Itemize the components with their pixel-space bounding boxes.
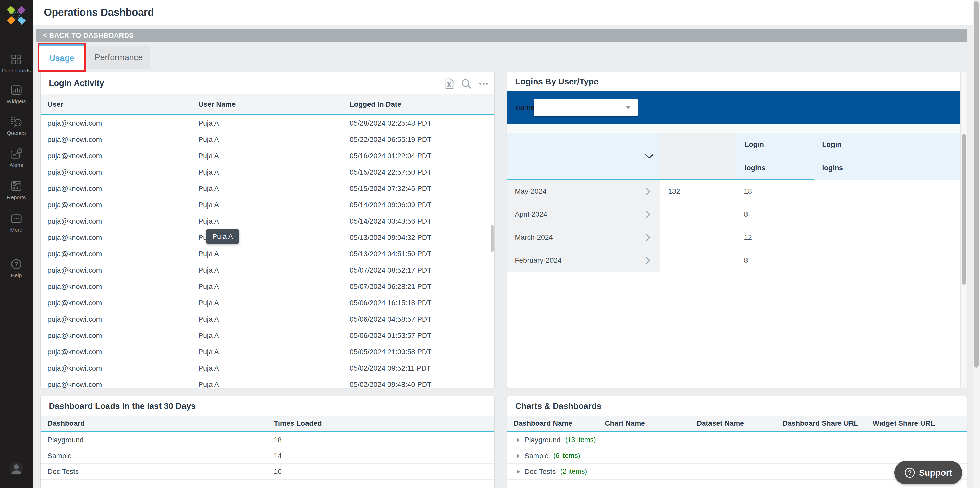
column-header-user-name[interactable]: User Name <box>191 100 343 108</box>
support-button[interactable]: ? Support <box>894 461 962 485</box>
table-cell: 05/15/2024 07:32:46 PDT <box>343 184 494 193</box>
panel-title: Logins By User/Type <box>515 77 598 86</box>
column-header-dashboard-share-url[interactable]: Dashboard Share URL <box>776 419 866 428</box>
panel-scrollbar-track[interactable] <box>960 72 967 388</box>
dashboard-name: Sample <box>525 452 549 460</box>
user-avatar[interactable] <box>9 461 24 476</box>
page-scrollbar-thumb[interactable] <box>974 1 979 367</box>
table-row[interactable]: Playground18 <box>41 432 494 448</box>
column-header-times-loaded[interactable]: Times Loaded <box>267 419 494 428</box>
svg-text:?: ? <box>14 261 18 268</box>
table-cell: puja@knowi.com <box>41 217 191 226</box>
table-row[interactable]: puja@knowi.comPuja A05/06/2024 04:58:57 … <box>41 311 494 327</box>
tab-usage[interactable]: Usage <box>39 44 84 70</box>
table-row[interactable]: Doc Tests10 <box>41 464 494 480</box>
table-row[interactable]: puja@knowi.comPuja A05/28/2024 02:25:48 … <box>41 115 494 132</box>
chevron-right-icon[interactable] <box>646 188 651 197</box>
caret-right-icon[interactable] <box>517 469 520 474</box>
column-header-dashboard[interactable]: Dashboard <box>41 419 267 428</box>
pivot-row-header-cell[interactable] <box>507 133 660 180</box>
caret-right-icon[interactable] <box>517 453 520 458</box>
table-row[interactable]: puja@knowi.comPuja A05/15/2024 22:57:50 … <box>41 164 494 180</box>
table-cell: puja@knowi.com <box>41 168 191 176</box>
chevron-right-icon[interactable] <box>646 256 651 266</box>
tab-performance[interactable]: Performance <box>87 46 150 69</box>
table-cell: Puja A <box>191 332 343 340</box>
sidebar-item-dashboards[interactable]: Dashboards <box>0 54 33 74</box>
sidebar-item-alerts[interactable]: Alerts <box>0 148 33 168</box>
panel-title: Dashboard Loads In the last 30 Days <box>49 401 196 411</box>
table-row[interactable]: puja@knowi.comPuja A05/06/2024 16:15:18 … <box>41 295 494 311</box>
table-row[interactable]: puja@knowi.comPuja A05/02/2024 09:48:40 … <box>41 377 494 388</box>
table-cell: Puja A <box>191 135 343 144</box>
knowi-logo-icon[interactable] <box>4 3 29 27</box>
question-circle-icon: ? <box>904 467 915 478</box>
pivot-row-label[interactable]: May-2024 <box>507 180 660 203</box>
sidebar-item-widgets[interactable]: Widgets <box>0 84 33 104</box>
charts-dashboards-header-row: Dashboard Name Chart Name Dataset Name D… <box>507 416 967 431</box>
table-cell: 05/15/2024 22:57:50 PDT <box>343 168 494 176</box>
column-header-dashboard-name[interactable]: Dashboard Name <box>507 419 598 428</box>
table-row[interactable]: puja@knowi.comPuja A05/05/2024 21:09:58 … <box>41 344 494 360</box>
table-row[interactable]: puja@knowi.comPuja A05/16/2024 01:22:04 … <box>41 148 494 164</box>
pivot-row-label[interactable]: February-2024 <box>507 249 660 272</box>
table-row[interactable]: puja@knowi.comPuja A05/13/2024 09:04:32 … <box>41 229 494 246</box>
column-header-widget-share-url[interactable]: Widget Share URL <box>866 419 967 428</box>
chevron-down-icon <box>625 106 631 109</box>
pivot-column-group-login-1[interactable]: Login <box>736 133 814 156</box>
top-header: Operations Dashboard <box>33 0 973 25</box>
table-row[interactable]: puja@knowi.comPuja A05/14/2024 03:43:56 … <box>41 213 494 229</box>
pivot-row-label[interactable]: March-2024 <box>507 226 660 249</box>
dashboard-name: Playground <box>525 436 561 444</box>
table-row[interactable]: puja@knowi.comPuja A05/22/2024 06:55:19 … <box>41 132 494 148</box>
excel-export-icon[interactable] <box>445 78 454 89</box>
filter-bar: name <box>507 91 961 124</box>
table-row[interactable]: Sample14 <box>41 448 494 464</box>
expandable-row[interactable]: Sample(6 items) <box>507 448 967 464</box>
table-cell: Puja A <box>191 119 343 127</box>
column-header-chart-name[interactable]: Chart Name <box>598 419 690 428</box>
table-row[interactable]: puja@knowi.comPuja A05/06/2024 01:53:57 … <box>41 327 494 344</box>
pivot-value-cell: 132 <box>660 180 736 203</box>
pivot-column-group-login-2[interactable]: Login <box>814 133 961 156</box>
table-row[interactable]: puja@knowi.comPuja A05/07/2024 06:28:21 … <box>41 278 494 295</box>
table-cell: puja@knowi.com <box>41 135 191 144</box>
caret-right-icon[interactable] <box>517 438 520 442</box>
pivot-column-logins-1[interactable]: logins <box>736 156 814 180</box>
login-activity-table-body: puja@knowi.comPuja A05/28/2024 02:25:48 … <box>41 115 494 388</box>
column-header-logged-in-date[interactable]: Logged In Date <box>343 100 494 108</box>
table-row[interactable]: puja@knowi.comPuja A05/02/2024 09:52:11 … <box>41 360 494 377</box>
pivot-row: March-202412 <box>507 226 961 249</box>
back-to-dashboards-link[interactable]: < BACK TO DASHBOARDS <box>36 29 967 42</box>
chevron-right-icon[interactable] <box>646 211 651 220</box>
sidebar-item-help[interactable]: ? Help <box>0 258 33 278</box>
more-icon[interactable] <box>479 82 489 85</box>
login-activity-header-row: User User Name Logged In Date <box>41 94 494 114</box>
table-cell: Puja A <box>191 299 343 307</box>
search-icon[interactable] <box>461 79 471 89</box>
table-row[interactable]: puja@knowi.comPuja A05/13/2024 04:51:50 … <box>41 246 494 262</box>
sidebar-item-queries[interactable]: Queries <box>0 116 33 136</box>
chevron-right-icon[interactable] <box>646 234 651 243</box>
chevron-down-icon[interactable] <box>645 154 654 160</box>
pivot-table-body: May-202413218April-20248March-202412Febr… <box>507 180 961 272</box>
table-row[interactable]: puja@knowi.comPuja A05/07/2024 08:52:17 … <box>41 262 494 278</box>
table-row[interactable]: puja@knowi.comPuja A05/15/2024 07:32:46 … <box>41 180 494 197</box>
page-scrollbar-track[interactable] <box>973 0 980 488</box>
name-filter-dropdown[interactable] <box>534 99 638 116</box>
sidebar-item-more[interactable]: More <box>0 213 33 233</box>
expandable-row[interactable]: Playground(13 items) <box>507 432 967 448</box>
column-header-user[interactable]: User <box>41 100 191 108</box>
pivot-column-logins-2[interactable]: logins <box>814 156 961 180</box>
table-cell: puja@knowi.com <box>41 332 191 340</box>
panel-scrollbar-thumb[interactable] <box>962 134 966 285</box>
column-header-dataset-name[interactable]: Dataset Name <box>690 419 776 428</box>
dashboard-loads-header-row: Dashboard Times Loaded <box>41 416 494 431</box>
table-row[interactable]: puja@knowi.comPuja A05/14/2024 09:06:09 … <box>41 197 494 213</box>
table-cell: Puja A <box>191 315 343 323</box>
sidebar-item-reports[interactable]: Reports <box>0 180 33 200</box>
app-root: Dashboards Widgets <box>0 0 980 488</box>
pivot-row-label[interactable]: April-2024 <box>507 203 660 226</box>
dashboard-loads-panel: Dashboard Loads In the last 30 Days Dash… <box>40 396 495 488</box>
table-scrollbar-thumb[interactable] <box>490 225 493 252</box>
